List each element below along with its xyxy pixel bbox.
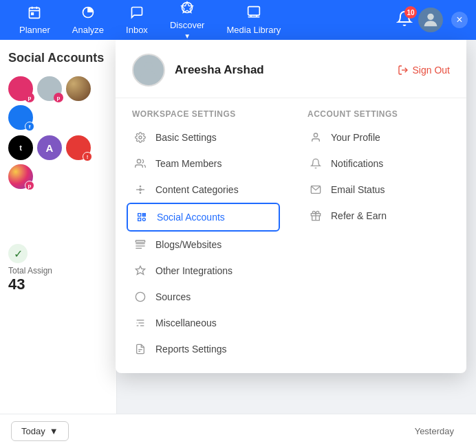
gear-icon: [133, 131, 147, 144]
menu-item-notifications[interactable]: Notifications: [302, 150, 455, 177]
email-icon: [309, 183, 323, 197]
svg-rect-0: [30, 8, 40, 18]
dropdown-user-left: Areesha Arshad: [132, 54, 264, 87]
discover-chevron-icon: ▼: [184, 32, 191, 40]
miscellaneous-label: Miscellaneous: [155, 317, 217, 328]
today-label: Today: [21, 426, 45, 436]
social-badge: p: [25, 181, 34, 190]
menu-item-sources[interactable]: Sources: [127, 284, 280, 310]
svg-point-20: [140, 192, 140, 193]
workspace-settings-column: Workspace Settings Basic Settings: [116, 109, 291, 362]
inbox-label: Inbox: [126, 25, 148, 35]
menu-item-team-members[interactable]: Team Members: [127, 150, 280, 177]
menu-item-blogs-websites[interactable]: Blogs/Websites: [127, 232, 280, 258]
menu-item-social-accounts[interactable]: Social Accounts: [127, 203, 280, 232]
sign-out-label: Sign Out: [413, 65, 450, 76]
team-members-label: Team Members: [155, 158, 221, 169]
social-icon-tiktok[interactable]: t: [8, 135, 33, 160]
close-button[interactable]: ×: [451, 12, 468, 28]
nav-discover[interactable]: Discover ▼: [159, 0, 216, 44]
discover-label: Discover: [170, 20, 205, 30]
nav-analyze[interactable]: Analyze: [61, 1, 115, 39]
social-icon-purple[interactable]: A: [37, 135, 62, 160]
sources-label: Sources: [155, 291, 191, 302]
social-icon-instagram-1[interactable]: p: [8, 76, 33, 101]
notification-bell[interactable]: 10: [396, 10, 413, 30]
nav-right-section: 10 ×: [396, 8, 468, 32]
menu-item-basic-settings[interactable]: Basic Settings: [127, 124, 280, 150]
discover-icon: [180, 1, 194, 18]
social-badge: !: [83, 152, 92, 161]
svg-rect-4: [32, 12, 34, 14]
menu-item-miscellaneous[interactable]: Miscellaneous: [127, 310, 280, 336]
svg-point-14: [144, 62, 153, 70]
nav-planner[interactable]: Planner: [8, 1, 61, 39]
stat-section: ✓ Total Assign 43: [8, 244, 108, 293]
blogs-icon: [133, 238, 147, 251]
social-badge: p: [25, 93, 34, 102]
menu-item-your-profile[interactable]: Your Profile: [302, 124, 455, 150]
social-icon-blue[interactable]: f: [8, 105, 33, 130]
bottom-bar: Today ▼ Yesterday: [0, 414, 476, 448]
reports-settings-label: Reports Settings: [155, 344, 227, 355]
social-icon-red[interactable]: !: [66, 135, 91, 160]
notifications-icon: [309, 157, 323, 170]
refer-earn-label: Refer & Earn: [331, 210, 387, 221]
inbox-icon: [130, 5, 144, 23]
social-icon-instagram-2[interactable]: p: [8, 164, 33, 189]
stat-value: 43: [8, 276, 108, 293]
top-navigation: Planner Analyze Inbox Discover ▼: [0, 0, 476, 40]
email-status-label: Email Status: [331, 184, 385, 195]
profile-icon: [309, 131, 323, 144]
social-icon-brown[interactable]: [66, 76, 91, 101]
stat-label: Total Assign: [8, 266, 108, 276]
main-content: Social Accounts p p f t A !: [0, 40, 476, 448]
user-dropdown: Areesha Arshad Sign Out Workspace Settin…: [116, 40, 466, 373]
sign-out-button[interactable]: Sign Out: [398, 65, 450, 76]
svg-rect-22: [136, 240, 144, 243]
dropdown-user-header: Areesha Arshad Sign Out: [116, 54, 466, 98]
reports-icon: [133, 342, 147, 356]
social-accounts-icon: [135, 210, 149, 224]
social-icon-grey-1[interactable]: p: [37, 76, 62, 101]
svg-point-13: [427, 14, 433, 20]
yesterday-label: Yesterday: [415, 426, 454, 436]
analyze-label: Analyze: [72, 25, 104, 35]
svg-point-17: [137, 159, 140, 163]
social-badge: f: [25, 122, 34, 131]
media-library-label: Media Library: [226, 25, 281, 35]
notification-badge: 10: [404, 6, 417, 19]
menu-item-reports-settings[interactable]: Reports Settings: [127, 336, 280, 362]
blogs-websites-label: Blogs/Websites: [155, 239, 221, 250]
integrations-icon: [133, 264, 147, 278]
other-integrations-label: Other Integrations: [155, 265, 232, 276]
svg-point-27: [136, 292, 144, 301]
gift-icon: [309, 209, 323, 223]
menu-item-email-status[interactable]: Email Status: [302, 177, 455, 203]
account-settings-column: Account Settings Your Profile: [291, 109, 466, 362]
today-chevron-icon: ▼: [50, 426, 58, 436]
svg-point-16: [139, 136, 142, 139]
left-panel: Social Accounts p p f t A !: [0, 40, 117, 448]
planner-label: Planner: [19, 25, 50, 35]
sources-icon: [133, 290, 147, 304]
svg-rect-9: [248, 6, 259, 15]
team-icon: [133, 157, 147, 170]
left-panel-title: Social Accounts: [8, 51, 108, 65]
basic-settings-label: Basic Settings: [155, 132, 217, 143]
user-name: Areesha Arshad: [175, 63, 264, 77]
dropdown-menu-body: Workspace Settings Basic Settings: [116, 98, 466, 362]
workspace-settings-title: Workspace Settings: [127, 109, 280, 119]
user-avatar-nav[interactable]: [418, 8, 443, 32]
menu-item-refer-earn[interactable]: Refer & Earn: [302, 203, 455, 229]
social-icons-row-2: t A ! p: [8, 135, 108, 189]
analyze-icon: [81, 5, 95, 23]
menu-item-other-integrations[interactable]: Other Integrations: [127, 258, 280, 284]
social-accounts-label: Social Accounts: [157, 212, 225, 223]
today-button[interactable]: Today ▼: [11, 421, 69, 441]
nav-inbox[interactable]: Inbox: [115, 1, 159, 39]
menu-item-content-categories[interactable]: Content Categories: [127, 177, 280, 203]
svg-point-19: [140, 186, 140, 187]
checkmark-icon: ✓: [8, 244, 28, 263]
nav-media-library[interactable]: Media Library: [215, 1, 292, 39]
